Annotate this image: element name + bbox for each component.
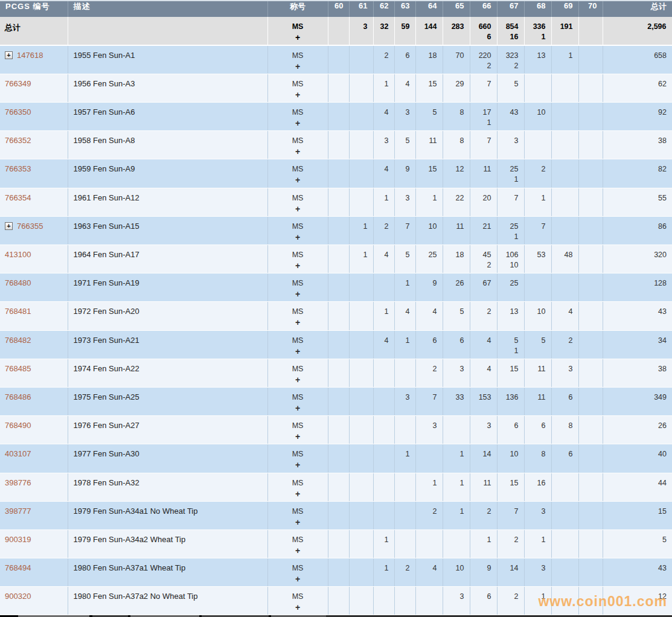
grade-plus-count [417, 574, 437, 574]
column-header-grade-65[interactable]: 65 [443, 1, 470, 17]
column-header-grade-61[interactable]: 61 [349, 1, 373, 17]
grade-count-cell: 171 [470, 103, 497, 131]
pcgs-number-link[interactable]: 766350 [5, 107, 31, 117]
column-header-grade-63[interactable]: 63 [394, 1, 415, 17]
grade-plus-count [330, 222, 344, 222]
grade-plus-count [375, 260, 389, 261]
grade-plus-count [472, 146, 491, 147]
grade-count: 4 [375, 336, 389, 346]
pcgs-number-link[interactable]: 766354 [5, 193, 31, 202]
pcgs-cell: 766353 [0, 159, 68, 188]
grade-count: 4 [417, 307, 437, 317]
grade-count-cell: 4 [394, 74, 415, 102]
pcgs-number-link[interactable]: 766349 [5, 79, 31, 88]
grade-plus-count [351, 278, 368, 279]
grade-plus-count [375, 118, 389, 118]
pcgs-number-link[interactable]: 768486 [5, 392, 31, 401]
grade-plus-count [417, 346, 437, 347]
grade-count-cell: 2 [373, 45, 394, 74]
pcgs-number-link[interactable]: 900319 [5, 535, 31, 544]
pcgs-number-link[interactable]: 398776 [5, 478, 31, 487]
grade-count-cell: 3 [470, 416, 497, 444]
grade-count-cell [443, 529, 470, 558]
grade-count: 1 [375, 307, 389, 317]
pcgs-number-link[interactable]: 768494 [5, 563, 31, 572]
grade-count-cell [443, 416, 470, 444]
grade-count: 15 [499, 364, 519, 374]
grade-count-cell: 1 [349, 216, 373, 245]
grade-plus-count [553, 478, 573, 479]
column-header-grade-68[interactable]: 68 [524, 1, 551, 17]
grade-count-cell: 10610 [497, 245, 524, 273]
row-total-value: 40 [604, 449, 667, 459]
grade-count: 1 [472, 535, 491, 545]
row-total-value: 15 [604, 507, 667, 517]
column-header-grade-60[interactable]: 60 [328, 1, 349, 17]
pcgs-number-link[interactable]: 900320 [5, 592, 31, 601]
grade-plus-count [444, 535, 464, 535]
grade-count-cell [328, 587, 349, 615]
grade-count-cell: 2 [497, 529, 524, 558]
column-header-grade-64[interactable]: 64 [415, 1, 443, 17]
grade-plus-count [396, 89, 410, 90]
column-header-description[interactable]: 描述 [68, 1, 267, 17]
grade-count-cell [349, 529, 373, 558]
pcgs-number-link[interactable]: 413100 [5, 250, 31, 259]
row-total-cell: 40 [603, 444, 672, 473]
grade-count: 17 [472, 107, 491, 118]
grade-plus-count [580, 164, 597, 165]
grade-count: 15 [417, 164, 437, 174]
row-total-value: 5 [604, 535, 667, 545]
expand-row-icon[interactable]: + [5, 51, 13, 59]
grade-plus-count: 1 [499, 346, 519, 356]
column-header-designation[interactable]: 称号 [267, 1, 328, 17]
grade-plus-count [472, 174, 491, 175]
column-header-grade-62[interactable]: 62 [373, 1, 394, 17]
pcgs-number-link[interactable]: 398777 [5, 507, 31, 516]
grade-count-cell [349, 473, 373, 501]
grade-count: 11 [417, 136, 437, 146]
column-header-grade-67[interactable]: 67 [497, 1, 524, 17]
row-total-value: 62 [604, 79, 667, 89]
grade-plus-count [417, 174, 437, 175]
grade-count: 11 [472, 478, 491, 488]
pcgs-number-link[interactable]: 768480 [5, 278, 31, 287]
grade-plus-count [351, 507, 368, 507]
pcgs-number-link[interactable]: 147618 [17, 51, 43, 60]
expand-row-icon[interactable]: + [5, 222, 13, 230]
grade-count: 2 [472, 307, 491, 317]
grade-plus-count [351, 336, 368, 336]
column-header-grade-66[interactable]: 66 [470, 1, 497, 17]
pcgs-cell: 766354 [0, 188, 68, 216]
grade-count: 191 [553, 22, 573, 32]
grade-count: 4 [472, 336, 491, 346]
grade-count: 8 [444, 107, 464, 118]
grade-count-cell: 13 [497, 302, 524, 330]
designation-label: MS [269, 164, 327, 174]
pcgs-number-link[interactable]: 768481 [5, 307, 31, 316]
pcgs-number-link[interactable]: 768482 [5, 336, 31, 345]
column-header-grade-70[interactable]: 70 [578, 1, 603, 17]
column-header-grade-69[interactable]: 69 [551, 1, 578, 17]
pcgs-number-link[interactable]: 768485 [5, 364, 31, 373]
grade-count: 1 [396, 336, 410, 346]
table-row: 7684801971 Fen Sun-A19MS+19266725128 [0, 273, 672, 302]
column-header-pcgs[interactable]: PCGS 编号 [0, 1, 68, 17]
grade-plus-count [526, 79, 546, 80]
pcgs-number-link[interactable]: 768490 [5, 421, 31, 430]
column-header-total[interactable]: 总计 [603, 1, 672, 17]
pcgs-number-link[interactable]: 766355 [17, 222, 43, 231]
grade-count-cell: 1 [373, 302, 394, 330]
pcgs-number-link[interactable]: 766353 [5, 164, 31, 173]
pcgs-number-link[interactable]: 403107 [5, 449, 31, 458]
pcgs-number-link[interactable]: 766352 [5, 136, 31, 145]
grade-count-cell [349, 330, 373, 359]
grade-count-cell: 452 [470, 245, 497, 273]
grade-count-cell: 3 [349, 17, 373, 45]
grade-plus-count [553, 164, 573, 165]
grade-count-cell: 1 [373, 558, 394, 587]
grade-plus-count [351, 193, 368, 194]
grade-count-cell: 4 [394, 302, 415, 330]
grade-count-cell: 3 [415, 416, 443, 444]
grade-count: 7 [499, 507, 519, 517]
